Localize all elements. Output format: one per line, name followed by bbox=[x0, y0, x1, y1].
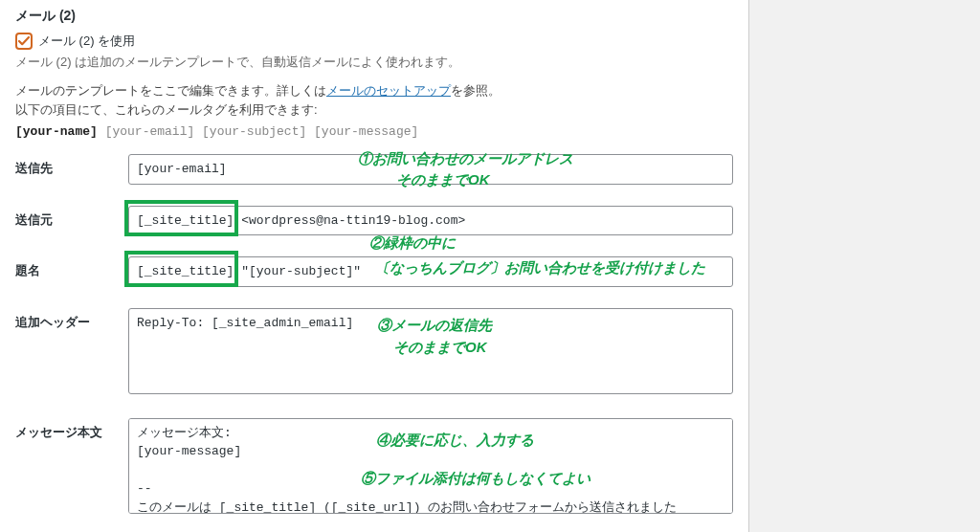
mail2-description: メール (2) は追加のメールテンプレートで、自動返信メールによく使われます。 bbox=[15, 54, 733, 71]
check-icon bbox=[18, 35, 30, 47]
mail2-panel: メール (2) メール (2) を使用 メール (2) は追加のメールテンプレー… bbox=[0, 0, 748, 532]
intro-line-2: 以下の項目にて、これらのメールタグを利用できます: bbox=[15, 101, 733, 119]
intro-line-1: メールのテンプレートをここで編集できます。詳しくはメールのセットアップを参照。 bbox=[15, 82, 733, 100]
label-subject: 題名 bbox=[15, 256, 128, 279]
label-headers: 追加ヘッダー bbox=[15, 308, 128, 331]
section-title: メール (2) bbox=[15, 8, 733, 25]
right-sidebar bbox=[748, 0, 980, 532]
label-to: 送信先 bbox=[15, 154, 128, 177]
input-body[interactable]: メッセージ本文: [your-message] -- このメールは [_site… bbox=[128, 418, 733, 514]
available-mail-tags: [your-name] [your-email] [your-subject] … bbox=[15, 124, 733, 139]
input-to[interactable] bbox=[128, 154, 733, 185]
input-subject[interactable] bbox=[128, 256, 733, 287]
input-headers[interactable]: Reply-To: [_site_admin_email] bbox=[128, 308, 733, 394]
label-body: メッセージ本文 bbox=[15, 418, 128, 441]
annotation-2-line1: ②緑枠の中に bbox=[369, 234, 456, 253]
setup-link[interactable]: メールのセットアップ bbox=[326, 83, 451, 98]
input-from[interactable] bbox=[128, 206, 733, 236]
mail-tag-your-name[interactable]: [your-name] bbox=[15, 124, 98, 139]
label-from: 送信元 bbox=[15, 206, 128, 229]
use-mail2-checkbox[interactable] bbox=[15, 33, 33, 50]
use-mail2-label: メール (2) を使用 bbox=[38, 33, 135, 50]
